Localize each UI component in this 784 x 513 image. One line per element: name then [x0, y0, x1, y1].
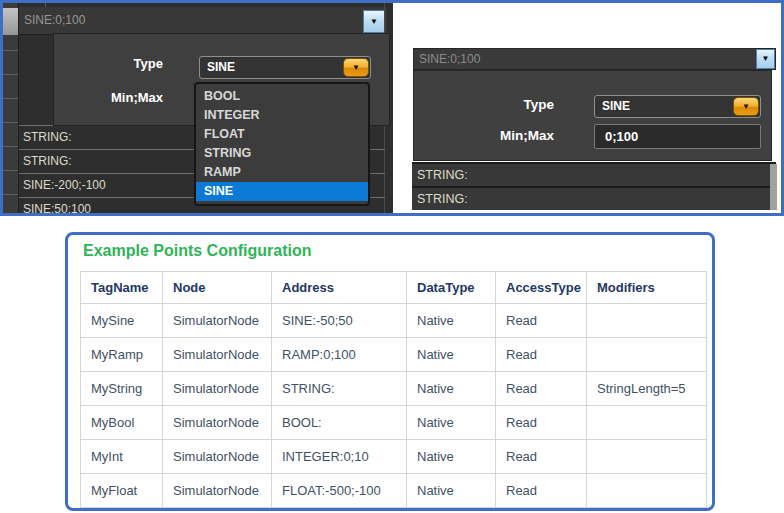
chevron-down-icon: ▼ — [742, 96, 750, 117]
dropdown-option-integer[interactable]: INTEGER — [196, 106, 368, 125]
right-grid-rows: STRING:STRING: — [412, 162, 776, 210]
composite-screenshot: SINE:0;100 ▼ STRING:STRING:SINE:-200;-10… — [0, 0, 784, 513]
table-row: MyStringSimulatorNodeSTRING:NativeReadSt… — [81, 372, 707, 406]
dropdown-option-float[interactable]: FLOAT — [196, 125, 368, 144]
grid-row-header-column — [3, 3, 19, 213]
table-cell: SimulatorNode — [163, 406, 272, 440]
type-label: Type — [414, 97, 554, 112]
table-cell: INTEGER:0;10 — [272, 440, 407, 474]
type-combo[interactable]: SINE ▼ — [594, 95, 761, 118]
address-editor-popup-right: Type SINE ▼ Min;Max 0;100 — [413, 70, 772, 161]
section-title: Example Points Configuration — [83, 242, 311, 260]
table-cell: Native — [407, 406, 496, 440]
table-header-row: TagNameNodeAddressDataTypeAccessTypeModi… — [81, 272, 707, 304]
table-cell — [587, 338, 707, 372]
address-cell-value: SINE:0;100 — [24, 13, 85, 27]
table-cell — [587, 440, 707, 474]
table-cell: MyBool — [81, 406, 163, 440]
table-cell: SimulatorNode — [163, 372, 272, 406]
address-dropdown-button[interactable]: ▼ — [756, 49, 775, 69]
type-dropdown-list: BOOLINTEGERFLOATSTRINGRAMPSINE — [194, 82, 370, 206]
table-cell: Native — [407, 372, 496, 406]
table-cell: Read — [496, 372, 587, 406]
column-header-accesstype: AccessType — [496, 272, 587, 304]
type-label: Type — [54, 56, 163, 71]
column-header-tagname: TagName — [81, 272, 163, 304]
address-cell-value: SINE:0;100 — [419, 52, 480, 66]
minmax-input[interactable]: 0;100 — [594, 124, 761, 149]
table-cell: RAMP:0;100 — [272, 338, 407, 372]
table-cell: Native — [407, 304, 496, 338]
table-cell: BOOL: — [272, 406, 407, 440]
table-cell: SimulatorNode — [163, 304, 272, 338]
left-simulator-grid: SINE:0;100 ▼ STRING:STRING:SINE:-200;-10… — [3, 3, 393, 213]
type-combo-value: SINE — [602, 99, 630, 113]
table-row: MyRampSimulatorNodeRAMP:0;100NativeRead — [81, 338, 707, 372]
selected-row-indicator — [3, 8, 18, 35]
table-cell: Native — [407, 474, 496, 508]
type-combo-value: SINE — [207, 60, 235, 74]
type-combo-dropdown-button[interactable]: ▼ — [733, 97, 759, 116]
table-cell: SimulatorNode — [163, 338, 272, 372]
table-cell: StringLength=5 — [587, 372, 707, 406]
table-cell: Read — [496, 406, 587, 440]
table-cell: MyFloat — [81, 474, 163, 508]
type-combo[interactable]: SINE ▼ — [199, 56, 371, 79]
address-cell-dropdown-closed[interactable]: SINE:0;100 ▼ — [19, 7, 387, 35]
dropdown-option-sine[interactable]: SINE — [196, 182, 368, 201]
table-cell: Native — [407, 440, 496, 474]
table-cell: SimulatorNode — [163, 440, 272, 474]
table-cell: SimulatorNode — [163, 474, 272, 508]
table-cell: STRING: — [272, 372, 407, 406]
table-cell: FLOAT:-500;-100 — [272, 474, 407, 508]
chevron-down-icon: ▼ — [762, 49, 770, 69]
table-row: MyIntSimulatorNodeINTEGER:0;10NativeRead — [81, 440, 707, 474]
table-cell: Read — [496, 440, 587, 474]
column-header-modifiers: Modifiers — [587, 272, 707, 304]
address-cell-dropdown-closed-right[interactable]: SINE:0;100 ▼ — [413, 48, 776, 70]
dropdown-option-ramp[interactable]: RAMP — [196, 163, 368, 182]
table-cell: MySine — [81, 304, 163, 338]
minmax-label: Min;Max — [414, 128, 554, 143]
dropdown-option-string[interactable]: STRING — [196, 144, 368, 163]
column-header-node: Node — [163, 272, 272, 304]
minmax-label: Min;Max — [54, 90, 163, 105]
table-cell: Native — [407, 338, 496, 372]
grid-row[interactable]: STRING: — [412, 162, 776, 186]
table-cell: MyInt — [81, 440, 163, 474]
table-row: MyBoolSimulatorNodeBOOL:NativeRead — [81, 406, 707, 440]
table-cell — [587, 474, 707, 508]
dropdown-option-bool[interactable]: BOOL — [196, 87, 368, 106]
table-cell: MyRamp — [81, 338, 163, 372]
table-row: MySineSimulatorNodeSINE:-50;50NativeRead — [81, 304, 707, 338]
points-configuration-table: TagNameNodeAddressDataTypeAccessTypeModi… — [80, 271, 707, 508]
table-cell: MyString — [81, 372, 163, 406]
table-cell — [587, 304, 707, 338]
table-row: MyFloatSimulatorNodeFLOAT:-500;-100Nativ… — [81, 474, 707, 508]
chevron-down-icon: ▼ — [352, 57, 360, 78]
table-cell — [587, 406, 707, 440]
table-body: MySineSimulatorNodeSINE:-50;50NativeRead… — [81, 304, 707, 508]
column-header-address: Address — [272, 272, 407, 304]
column-header-datatype: DataType — [407, 272, 496, 304]
top-screenshots-frame: SINE:0;100 ▼ STRING:STRING:SINE:-200;-10… — [0, 0, 784, 216]
table-cell: Read — [496, 338, 587, 372]
type-combo-dropdown-button[interactable]: ▼ — [343, 58, 369, 77]
example-points-box: Example Points Configuration TagNameNode… — [65, 232, 715, 511]
scrollbar-fragment — [770, 164, 777, 210]
table-cell: Read — [496, 474, 587, 508]
grid-row[interactable]: STRING: — [412, 186, 776, 210]
chevron-down-icon: ▼ — [370, 8, 378, 35]
address-dropdown-button[interactable]: ▼ — [363, 10, 385, 33]
table-cell: SINE:-50;50 — [272, 304, 407, 338]
table-cell: Read — [496, 304, 587, 338]
